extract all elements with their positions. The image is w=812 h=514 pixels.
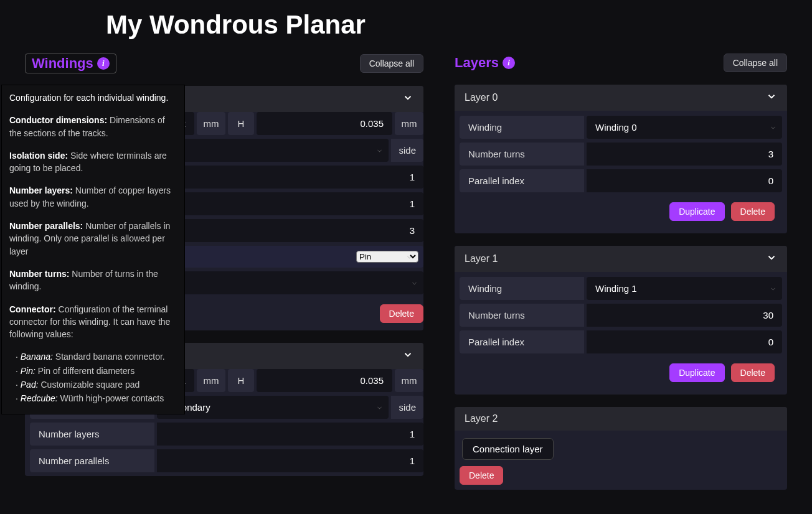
chevron-down-icon (402, 92, 413, 106)
layer-card-header[interactable]: Layer 1 (455, 246, 787, 272)
chevron-down-icon (766, 91, 777, 105)
layers-title-text: Layers (455, 55, 499, 71)
side-unit: side (391, 396, 423, 419)
tt-pin-t: Pin: (21, 366, 35, 376)
tt-turns-title: Number turns: (9, 269, 69, 279)
layer-card: Layer 0 Winding Winding 0 Number turns P… (455, 85, 787, 233)
layer-card: Layer 1 Winding Winding 1 Number turns P… (455, 246, 787, 395)
parallel-index-label: Parallel index (460, 330, 584, 353)
page-title: My Wondrous Planar (106, 10, 787, 40)
parallel-index-label: Parallel index (460, 169, 584, 192)
layer-card-header[interactable]: Layer 2 (455, 407, 787, 431)
layers-title: Layers i (455, 55, 515, 71)
height-label: H (228, 112, 254, 135)
tt-banana-t: Banana: (21, 352, 53, 362)
windings-column: Windings i Collapse all Configuration fo… (25, 54, 423, 502)
winding-label: Winding (460, 277, 584, 300)
collapse-all-windings-button[interactable]: Collapse all (360, 54, 423, 73)
tt-redcube-t: Redcube: (21, 393, 58, 403)
height-input[interactable] (257, 369, 392, 392)
collapse-all-layers-button[interactable]: Collapse all (724, 54, 787, 72)
number-turns-input[interactable] (587, 304, 782, 327)
parallel-index-input[interactable] (587, 330, 782, 353)
layer-header-text: Layer 2 (465, 413, 498, 424)
tt-pad-d: Customizable square pad (40, 380, 139, 390)
delete-winding-button[interactable]: Delete (380, 304, 423, 323)
isolation-side-select[interactable]: Secondary (157, 396, 389, 419)
connection-layer-badge: Connection layer (462, 438, 554, 460)
unit-mm: mm (197, 112, 225, 135)
tt-conductor-title: Conductor dimensions: (9, 115, 107, 125)
height-label: H (228, 369, 254, 392)
unit-mm: mm (395, 369, 423, 392)
number-turns-label: Number turns (460, 304, 584, 327)
info-icon[interactable]: i (97, 57, 110, 70)
number-parallels-input[interactable] (157, 449, 423, 472)
number-layers-input[interactable] (157, 423, 423, 446)
windings-help-tooltip: Configuration for each individual windin… (1, 85, 185, 414)
unit-mm: mm (395, 112, 423, 135)
layer-card: Layer 2 Connection layer Delete (455, 407, 787, 490)
number-layers-label: Number layers (30, 423, 154, 446)
delete-layer-button[interactable]: Delete (731, 202, 775, 221)
delete-layer-button[interactable]: Delete (731, 363, 775, 382)
number-parallels-label: Number parallels (30, 449, 154, 472)
number-turns-input[interactable] (587, 143, 782, 166)
tt-layers-title: Number layers: (9, 185, 73, 195)
windings-title-text: Windings (32, 55, 93, 72)
winding-label: Winding (460, 116, 584, 139)
windings-title: Windings i (25, 54, 116, 73)
tt-parallels-title: Number parallels: (9, 221, 83, 231)
tt-redcube-d: Würth high-power contacts (60, 393, 164, 403)
tt-pad-t: Pad: (21, 380, 39, 390)
tt-pin-d: Pin of different diameters (38, 366, 135, 376)
parallel-index-input[interactable] (587, 169, 782, 192)
number-turns-label: Number turns (460, 143, 584, 166)
tt-banana-d: Standard banana connector. (55, 352, 165, 362)
winding-select[interactable]: Winding 1 (587, 277, 782, 300)
side-unit: side (391, 139, 423, 162)
layers-column: Layers i Collapse all Layer 0 Winding Wi… (455, 54, 787, 502)
height-input[interactable] (257, 112, 392, 135)
connector-type-select[interactable]: Pin (356, 251, 418, 263)
delete-layer-button[interactable]: Delete (460, 466, 503, 485)
layer-card-header[interactable]: Layer 0 (455, 85, 787, 111)
layer-header-text: Layer 0 (465, 92, 498, 103)
duplicate-layer-button[interactable]: Duplicate (669, 202, 724, 221)
layer-header-text: Layer 1 (465, 253, 498, 264)
unit-mm: mm (197, 369, 225, 392)
chevron-down-icon (402, 349, 413, 363)
info-icon[interactable]: i (503, 57, 515, 69)
tt-connector-title: Connector: (9, 304, 56, 314)
tt-isolation-title: Isolation side: (9, 151, 68, 161)
winding-select[interactable]: Winding 0 (587, 116, 782, 139)
chevron-down-icon (766, 252, 777, 266)
duplicate-layer-button[interactable]: Duplicate (669, 363, 724, 382)
tooltip-intro: Configuration for each individual windin… (9, 91, 177, 104)
